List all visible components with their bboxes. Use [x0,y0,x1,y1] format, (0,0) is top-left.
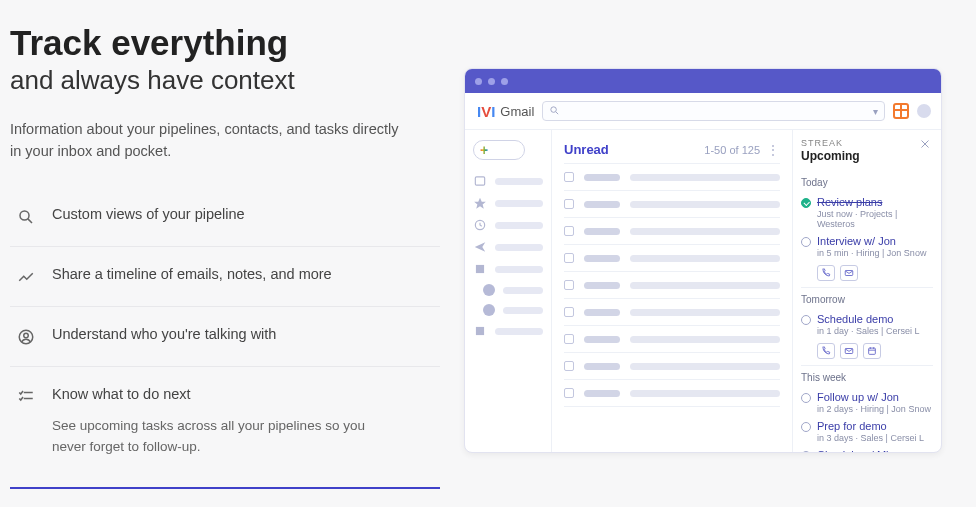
task-name: Schedule demo [817,313,919,325]
svg-point-0 [20,211,29,220]
gmail-logo: IVI Gmail [477,103,534,120]
feature-description: See upcoming tasks across all your pipel… [52,416,392,457]
svg-rect-13 [476,327,484,335]
nav-sent[interactable] [473,240,543,254]
dot-icon [483,304,495,316]
mail-row[interactable] [552,299,792,325]
gmail-m-icon: IVI [477,103,495,120]
close-icon[interactable] [919,138,933,152]
gmail-name: Gmail [500,104,534,119]
task-item[interactable]: Follow up w/ Jon in 2 days · Hiring | Jo… [801,388,933,417]
svg-line-1 [28,219,32,223]
feature-tasks[interactable]: Know what to do next See upcoming tasks … [10,367,440,489]
nav-inbox[interactable] [473,174,543,188]
send-icon [473,240,487,254]
calendar-icon[interactable] [863,343,881,359]
nav-sub-item[interactable] [473,304,543,316]
checklist-icon [16,387,36,407]
compose-button[interactable]: + [473,140,525,160]
feature-list: Custom views of your pipeline Share a ti… [10,186,440,489]
task-meta: in 3 days · Sales | Cersei L [817,433,924,443]
nav-item[interactable] [473,324,543,338]
task-check-icon[interactable] [801,237,811,247]
task-check-icon[interactable] [801,393,811,403]
search-icon [549,102,560,120]
svg-rect-18 [869,348,876,354]
timeline-icon [16,267,36,287]
task-item[interactable]: Interview w/ Jon in 5 min · Hiring | Jon… [801,232,933,261]
svg-rect-8 [475,177,484,185]
nav-sub-item[interactable] [473,284,543,296]
dot-icon [483,284,495,296]
window-dot [501,78,508,85]
more-icon[interactable]: ⋮ [766,143,780,157]
sidebar-brand: STREAK [801,138,860,148]
phone-icon[interactable] [817,343,835,359]
group-tomorrow: Tomorrow [801,287,933,305]
task-name: Check in w/ Missy [817,449,933,453]
mail-row[interactable] [552,245,792,271]
mail-row[interactable] [552,191,792,217]
mail-icon[interactable] [840,343,858,359]
feature-label: Understand who you're talking with [52,326,276,342]
mail-icon[interactable] [840,265,858,281]
gmail-mock-window: IVI Gmail ▾ + [464,68,942,453]
feature-timeline[interactable]: Share a timeline of emails, notes, and m… [10,247,440,307]
headline: Track everything [10,24,440,63]
group-thisweek: This week [801,365,933,383]
task-check-icon[interactable] [801,451,811,454]
plus-icon: + [480,143,488,157]
task-name: Interview w/ Jon [817,235,926,247]
streak-pipeline-icon[interactable] [893,103,909,119]
feature-custom-views[interactable]: Custom views of your pipeline [10,187,440,247]
task-check-icon[interactable] [801,315,811,325]
phone-icon[interactable] [817,265,835,281]
feature-contacts[interactable]: Understand who you're talking with [10,307,440,367]
svg-line-7 [556,112,558,114]
person-icon [16,327,36,347]
inbox-count: 1-50 of 125 [704,144,760,156]
window-dot [488,78,495,85]
inbox-pane: Unread 1-50 of 125 ⋮ [551,130,793,452]
gmail-header: IVI Gmail ▾ [465,93,941,130]
svg-point-6 [551,107,557,113]
feature-label: Share a timeline of emails, notes, and m… [52,266,332,282]
task-name: Prep for demo [817,420,924,432]
window-titlebar [465,69,941,93]
task-item[interactable]: Schedule demo in 1 day · Sales | Cersei … [801,310,933,339]
feature-label: Custom views of your pipeline [52,206,245,222]
avatar[interactable] [917,104,931,118]
mail-row[interactable] [552,272,792,298]
task-item[interactable]: Review plans Just now · Projects | Weste… [801,193,933,232]
mail-row[interactable] [552,380,792,406]
window-dot [475,78,482,85]
task-name: Follow up w/ Jon [817,391,931,403]
mail-row[interactable] [552,164,792,190]
mail-row[interactable] [552,353,792,379]
task-item[interactable]: Prep for demo in 3 days · Sales | Cersei… [801,417,933,446]
search-icon [16,207,36,227]
nav-starred[interactable] [473,196,543,210]
inbox-tab-unread[interactable]: Unread [564,142,609,157]
feature-label: Know what to do next [52,386,392,402]
task-check-icon[interactable] [801,422,811,432]
square-icon [473,324,487,338]
search-input[interactable]: ▾ [542,101,885,121]
task-meta: in 5 min · Hiring | Jon Snow [817,248,926,258]
mail-row[interactable] [552,218,792,244]
group-today: Today [801,177,933,188]
nav-snoozed[interactable] [473,218,543,232]
task-item[interactable]: Check in w/ Missy in 3 days · Projects |… [801,446,933,453]
task-meta: in 2 days · Hiring | Jon Snow [817,404,931,414]
subheadline: and always have context [10,65,440,96]
svg-point-3 [24,334,29,339]
task-name: Review plans [817,196,933,208]
mail-row[interactable] [552,326,792,352]
task-meta: in 1 day · Sales | Cersei L [817,326,919,336]
lede: Information about your pipelines, contac… [10,118,410,163]
square-icon [473,262,487,276]
streak-sidebar: STREAK Upcoming Today Review plans Just … [793,130,941,452]
task-check-icon[interactable] [801,198,811,208]
sidebar-title: Upcoming [801,149,860,163]
nav-item[interactable] [473,262,543,276]
